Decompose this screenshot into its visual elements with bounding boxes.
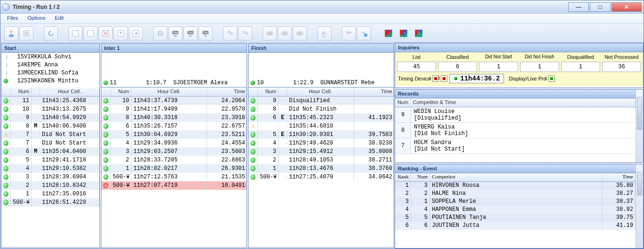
table-row[interactable]: 5 11h29:41.1718 — [1, 156, 99, 164]
table-row[interactable]: 11h35:44.6810 — [248, 122, 394, 130]
inq-dsq[interactable]: 1 — [561, 62, 600, 72]
refresh-icon[interactable] — [44, 26, 58, 40]
col-hour[interactable]: Hour Cell. — [40, 88, 99, 96]
close-button[interactable]: ✕ — [611, 2, 642, 12]
user-down-icon[interactable] — [238, 26, 252, 40]
table-row[interactable]: 5 E 11h30:20.9301 39.7583 — [248, 130, 394, 139]
table-row[interactable]: 2 11h28:49.1053 38.2711 — [248, 156, 394, 164]
minimize-button[interactable]: — — [568, 2, 589, 12]
table-row[interactable]: 10 11h43:13.2675 — [1, 105, 99, 113]
menu-edit[interactable]: Edit — [50, 14, 68, 24]
table-row[interactable]: 500-¥ 11h27:07.4719 16.0491 — [101, 181, 247, 190]
svg-text:Time: Time — [173, 32, 178, 34]
check-icon — [3, 106, 8, 112]
records-scrollbar[interactable] — [636, 89, 643, 162]
list-icon[interactable] — [19, 26, 33, 40]
user-pair-icon[interactable] — [342, 26, 356, 40]
table-row[interactable]: 6 M 11h35:04.0400 — [1, 147, 99, 156]
table-row[interactable]: 1 11h27:35.0916 — [1, 190, 99, 198]
ranking-scrollbar[interactable] — [636, 164, 643, 248]
time-minus-icon[interactable]: Time — [168, 26, 182, 40]
table-row[interactable]: 4 11h29:49.4620 38.9238 — [248, 139, 394, 147]
table-row[interactable]: 3 11h29:03.2507 23.5603 — [101, 147, 247, 156]
finish-grid[interactable]: 9 Disqualified 8 Did Not Finish 6 E 11h3… — [248, 96, 394, 248]
time-plus-icon[interactable]: Time — [198, 26, 213, 40]
table-row[interactable]: 3 11h29:15.4912 35.8008 — [248, 147, 394, 156]
athlete-icon[interactable] — [4, 26, 18, 40]
ranking-row[interactable]: 55POUTIAINEN Tanja39.75 — [395, 214, 636, 222]
menu-options[interactable]: Options — [23, 14, 50, 24]
grid-x-icon[interactable] — [99, 26, 113, 40]
table-row[interactable]: 2 11h28:10.8342 — [1, 181, 99, 190]
svg-point-15 — [158, 31, 163, 36]
flag-down2-icon[interactable] — [412, 26, 426, 40]
upcoming-row[interactable]: ↓13 MOECKELIND Sofia — [1, 69, 99, 77]
check-icon — [103, 123, 108, 129]
table-row[interactable]: 9 11h40:54.9929 — [1, 113, 99, 122]
start-grid[interactable]: 11 11h43:25.4368 10 11h43:13.2675 9 11h4… — [1, 96, 99, 248]
table-row[interactable]: 6 E 11h35:45.2323 41.1923 — [248, 113, 394, 122]
time-x-icon[interactable]: Time — [183, 26, 198, 40]
table-row[interactable]: 4 11h29:10.5382 — [1, 164, 99, 173]
flag-x-icon[interactable] — [381, 26, 396, 40]
records-grid[interactable]: 9 WEDIN Louise[Disqualified] 8 NYBERG Ka… — [395, 107, 636, 162]
grid-send-icon[interactable] — [129, 26, 143, 40]
table-row[interactable]: 8 Did Not Finish — [248, 105, 394, 113]
table-row[interactable]: 4 11h29:34.9936 24.4554 — [101, 139, 247, 147]
check-icon — [3, 174, 8, 180]
check-icon — [3, 149, 8, 154]
ranking-row[interactable]: 44HAPPONEN Emma38.92 — [395, 206, 636, 214]
inq-classified[interactable]: 6 — [438, 62, 477, 72]
table-row[interactable]: 10 11h43:37.4739 24.2064 — [101, 96, 247, 105]
table-row[interactable]: 8 11h40:30.3318 23.3918 — [101, 113, 247, 122]
ranking-row[interactable]: 22HALME Nina38.27 — [395, 190, 636, 198]
table-row[interactable]: 5 11h30:04.6929 23.5211 — [101, 130, 247, 139]
grid2-icon[interactable] — [83, 26, 98, 40]
inq-np[interactable]: 36 — [602, 62, 641, 72]
record-row[interactable]: 9 WEDIN Louise[Disqualified] — [395, 107, 636, 123]
table-row[interactable]: 7 Did Not Start — [1, 130, 99, 139]
dsq-icon[interactable]: DSQ — [293, 26, 307, 40]
upcoming-row[interactable]: 12 SINKKONEN Minttu — [1, 77, 99, 85]
table-row[interactable]: 500-¥ 11h26:51.4228 — [1, 198, 99, 207]
titlebar[interactable]: Timing - Run 1 / 2 — □ ✕ — [0, 0, 644, 14]
record-row[interactable]: 7 HOLM Sandra[Did Not Start] — [395, 138, 636, 154]
table-row[interactable]: 2 11h28:33.7205 22.8863 — [101, 156, 247, 164]
grid-user-icon[interactable] — [114, 26, 128, 40]
display-led-icon[interactable]: 1 — [548, 75, 555, 82]
table-row[interactable]: 6 11h35:26.7157 22.6757 — [101, 122, 247, 130]
table-row[interactable]: 7 Did Not Start — [1, 139, 99, 147]
ranking-row[interactable]: 13HIRVONEN Roosa35.80 — [395, 182, 636, 190]
table-row[interactable]: 11 11h43:25.4368 — [1, 96, 99, 105]
table-row[interactable]: 3 11h28:39.6904 — [1, 173, 99, 181]
grid1-icon[interactable] — [68, 26, 83, 40]
table-row[interactable]: 500-¥ 11h27:25.4870 34.0642 — [248, 173, 394, 181]
ranking-grid[interactable]: 13HIRVONEN Roosa35.80 22HALME Nina38.27 … — [395, 182, 636, 248]
flag-down-icon[interactable] — [396, 26, 411, 40]
ranking-row[interactable]: 66JUUTINEN Jutta41.19 — [395, 222, 636, 230]
user-refresh-icon[interactable] — [317, 26, 331, 40]
dot-icon[interactable] — [153, 26, 167, 40]
dns-icon[interactable]: DNS — [263, 26, 277, 40]
device2-led-icon[interactable]: 2 — [441, 75, 447, 82]
maximize-button[interactable]: □ — [590, 2, 611, 12]
col-num[interactable]: Num — [11, 88, 32, 96]
table-row[interactable]: 1 11h28:13.4676 38.3760 — [248, 164, 394, 173]
inq-dns[interactable]: 1 — [479, 62, 518, 72]
inter1-grid[interactable]: 10 11h43:37.4739 24.2064 9 11h41:17.9499… — [101, 96, 247, 248]
inq-dnf[interactable]: 1 — [520, 62, 559, 72]
table-row[interactable]: 1 11h28:02.0217 26.9301 — [101, 164, 247, 173]
table-row[interactable]: 500-¥ 11h27:12.5763 21.1535 — [101, 173, 247, 181]
upcoming-row[interactable]: ↓14 KEMPE Anna — [1, 61, 99, 69]
user-info-icon[interactable]: i — [357, 26, 371, 40]
record-row[interactable]: 8 NYBERG Kaisa[Did Not Finish] — [395, 123, 636, 138]
dnf-icon[interactable]: DNF — [278, 26, 292, 40]
ranking-row[interactable]: 31SOPPELA Merle38.37 — [395, 198, 636, 206]
upcoming-row[interactable]: ↓15 VIRKKULA Sohvi — [1, 53, 99, 61]
inq-list[interactable]: 45 — [397, 62, 436, 72]
table-row[interactable]: 9 Disqualified — [248, 96, 394, 105]
table-row[interactable]: 8 M 11h40:06.9400 — [1, 122, 99, 130]
user-up-icon[interactable] — [223, 26, 237, 40]
table-row[interactable]: 9 11h41:17.9499 22.9570 — [101, 105, 247, 113]
menu-files[interactable]: Files — [2, 14, 23, 24]
